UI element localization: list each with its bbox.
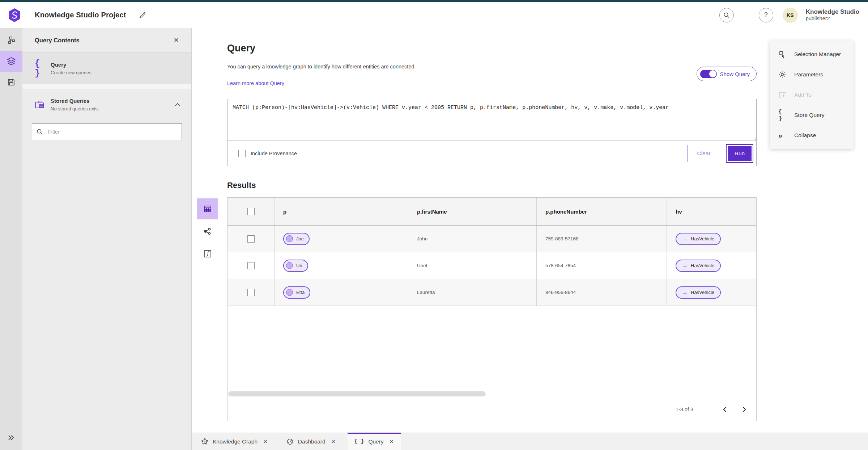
query-editor-input[interactable]: MATCH (p:Person)-[hv:HasVehicle]->(v:Veh… xyxy=(227,99,756,140)
panel-title: Query Contents xyxy=(35,37,172,44)
node-pill[interactable]: Etta xyxy=(283,286,310,299)
next-page-button[interactable] xyxy=(740,404,749,415)
knowledge-graph-icon xyxy=(201,438,208,445)
expand-rail-button[interactable] xyxy=(0,435,22,441)
relationship-pill[interactable]: → HasVehicle xyxy=(676,233,721,245)
row-checkbox[interactable] xyxy=(247,235,255,243)
node-dot-icon xyxy=(286,235,293,242)
app-logo-icon[interactable] xyxy=(7,8,22,22)
table-icon xyxy=(203,205,212,213)
column-header-phonenumber[interactable]: p.phoneNumber xyxy=(545,209,587,215)
results-table: p p.firstName p.phoneNumber hv Joe xyxy=(227,197,757,421)
column-header-firstname[interactable]: p.firstName xyxy=(417,209,447,215)
braces-icon: { } xyxy=(778,108,788,122)
relationship-pill[interactable]: → HasVehicle xyxy=(676,260,721,272)
map-view-button[interactable] xyxy=(197,243,218,264)
page-description: You can query a knowledge graph to ident… xyxy=(227,64,757,70)
relationship-pill-label: HasVehicle xyxy=(691,290,714,295)
tab-knowledge-graph[interactable]: Knowledge Graph ✕ xyxy=(195,433,275,450)
menu-item-label: Parameters xyxy=(794,71,823,78)
topbar-actions: ? KS Knowledge Studio publisher2 xyxy=(719,5,859,26)
include-provenance-checkbox[interactable] xyxy=(238,150,246,157)
page-title: Query xyxy=(227,28,757,54)
tab-label: Query xyxy=(368,438,383,445)
column-header-p[interactable]: p xyxy=(283,209,286,215)
search-button[interactable] xyxy=(719,8,734,22)
horizontal-scrollbar[interactable] xyxy=(227,390,756,398)
toggle-switch-on[interactable] xyxy=(700,70,717,78)
learn-more-link[interactable]: Learn more about Query xyxy=(227,80,284,86)
parameters-item[interactable]: Parameters xyxy=(770,64,854,85)
search-icon xyxy=(723,12,730,18)
cell-phonenumber: 578-654-7854 xyxy=(545,263,576,268)
table-row: Uri Uriel 578-654-7854 → HasVehicle xyxy=(227,252,756,279)
help-icon: ? xyxy=(764,11,768,19)
node-pill[interactable]: Joe xyxy=(283,233,310,245)
hierarchy-icon xyxy=(7,36,16,45)
node-pill[interactable]: Uri xyxy=(283,260,308,272)
sidebar-item-hierarchy[interactable] xyxy=(0,30,22,51)
column-header-hv[interactable]: hv xyxy=(676,209,682,215)
braces-icon: { } xyxy=(354,438,364,445)
include-provenance-label: Include Provenance xyxy=(251,151,297,156)
query-item-sublabel: Create new queries xyxy=(51,70,180,76)
tab-query[interactable]: { } Query ✕ xyxy=(348,433,401,450)
run-button[interactable]: Run xyxy=(726,144,753,163)
scrollbar-thumb[interactable] xyxy=(228,391,486,396)
tab-dashboard[interactable]: Dashboard ✕ xyxy=(280,433,343,450)
sidebar-item-layers[interactable] xyxy=(0,51,22,72)
app-window: Knowledge Studio Project ? K xyxy=(0,0,868,450)
stored-queries-sublabel: No stored queries exist xyxy=(51,106,175,112)
row-checkbox[interactable] xyxy=(247,289,255,296)
edit-project-title-button[interactable] xyxy=(137,10,148,21)
chevron-up-icon[interactable] xyxy=(175,103,180,106)
tab-label: Knowledge Graph xyxy=(213,438,258,445)
map-icon xyxy=(203,249,212,258)
row-checkbox[interactable] xyxy=(247,262,255,269)
select-all-checkbox[interactable] xyxy=(247,208,255,215)
layers-icon xyxy=(7,56,16,66)
selection-manager-item[interactable]: Selection Manager xyxy=(770,44,854,64)
selection-manager-icon xyxy=(778,50,788,58)
add-to-item[interactable]: Add To xyxy=(770,85,854,105)
node-pill-label: Etta xyxy=(296,290,305,295)
graph-view-button[interactable] xyxy=(197,221,218,242)
show-query-label: Show Query xyxy=(720,71,750,77)
sidebar-item-save[interactable] xyxy=(0,72,22,93)
add-to-icon xyxy=(778,91,788,99)
arrow-right-icon: → xyxy=(682,236,688,242)
bottom-tab-bar: Knowledge Graph ✕ Dashboard ✕ { } xyxy=(192,433,868,450)
node-pill-label: Joe xyxy=(296,236,304,241)
help-button[interactable]: ? xyxy=(759,8,773,22)
relationship-pill[interactable]: → HasVehicle xyxy=(676,286,721,299)
table-pagination: 1-3 of 3 xyxy=(227,398,756,421)
close-tab-button[interactable]: ✕ xyxy=(389,438,395,445)
close-tab-button[interactable]: ✕ xyxy=(263,438,268,445)
menu-item-label: Collapse xyxy=(794,132,816,139)
sidebar-item-stored-queries[interactable]: Stored Queries No stored queries exist xyxy=(22,89,191,121)
results-view-switcher xyxy=(197,198,218,264)
cell-phonenumber: 759-889-57168 xyxy=(545,236,579,241)
stored-queries-label: Stored Queries xyxy=(51,97,175,105)
previous-page-button[interactable] xyxy=(720,404,729,415)
filter-input[interactable] xyxy=(47,129,177,135)
node-dot-icon xyxy=(286,289,293,296)
show-query-toggle[interactable]: Show Query xyxy=(697,67,757,81)
node-pill-label: Uri xyxy=(296,263,302,268)
close-panel-button[interactable]: ✕ xyxy=(172,35,180,46)
close-tab-button[interactable]: ✕ xyxy=(331,438,336,445)
main-area: Query You can query a knowledge graph to… xyxy=(192,28,868,450)
gear-icon xyxy=(778,71,788,79)
collapse-item[interactable]: » Collapse xyxy=(770,125,854,146)
query-actions-menu: Selection Manager Parameters xyxy=(770,41,854,149)
dashboard-gauge-icon xyxy=(286,438,294,445)
clear-button[interactable]: Clear xyxy=(688,145,720,162)
store-query-item[interactable]: { } Store Query xyxy=(770,105,854,125)
user-role: publisher2 xyxy=(806,16,859,22)
top-bar: Knowledge Studio Project ? K xyxy=(0,2,868,28)
save-icon xyxy=(7,78,16,87)
sidebar-item-query[interactable]: { } Query Create new queries xyxy=(22,52,191,84)
project-title: Knowledge Studio Project xyxy=(35,11,126,19)
table-view-button[interactable] xyxy=(197,198,218,219)
avatar[interactable]: KS xyxy=(783,8,798,23)
